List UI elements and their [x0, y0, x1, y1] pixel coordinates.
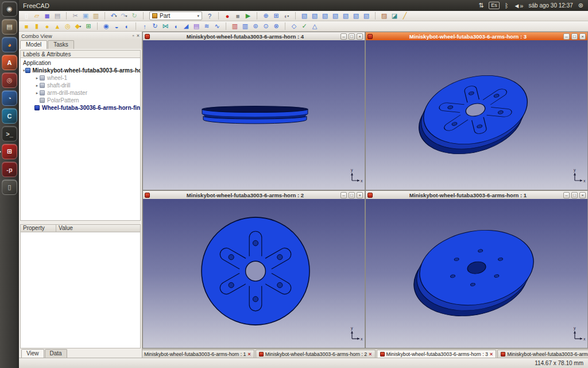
panel-float-icon[interactable]: ▫: [133, 33, 134, 39]
view-rear-icon[interactable]: ▧: [341, 12, 351, 21]
loft-icon[interactable]: ≋: [202, 22, 212, 31]
restore-button[interactable]: □: [349, 192, 355, 198]
trash-icon[interactable]: ▯: [2, 179, 17, 195]
undo-icon[interactable]: ↶▾: [109, 12, 119, 21]
part-cylinder-icon[interactable]: ▮: [32, 22, 42, 31]
copy-icon[interactable]: ▣: [80, 12, 91, 21]
expander-closed-icon[interactable]: ▸: [34, 83, 40, 88]
expander-closed-icon[interactable]: ▸: [34, 91, 40, 95]
ruled-surface-icon[interactable]: ▤: [191, 22, 202, 31]
print-icon[interactable]: ▤: [52, 12, 63, 21]
fillet-icon[interactable]: ◖: [171, 22, 181, 31]
mdi-window-2[interactable]: Miniskybot-wheel-futaba3003-6-arms-horn …: [142, 190, 365, 348]
offset-2d-icon[interactable]: ⊙: [261, 22, 271, 31]
close-button[interactable]: ×: [579, 192, 586, 198]
close-button[interactable]: ×: [579, 33, 586, 40]
taskbar-tab-4[interactable]: Miniskybot-wheel-futaba3003-6-arms-horn …: [497, 350, 588, 358]
clipping-plane-icon[interactable]: ◪: [389, 12, 400, 21]
keyboard-layout-indicator[interactable]: Es: [489, 2, 500, 9]
boolean-cut-icon[interactable]: ◐: [122, 22, 132, 31]
mirror-icon[interactable]: ⋈: [160, 22, 171, 31]
p-app-icon[interactable]: -p: [2, 162, 17, 177]
cross-sections-icon[interactable]: ▥: [240, 22, 250, 31]
paste-icon[interactable]: ▥: [91, 12, 101, 21]
window-titlebar-active[interactable]: Miniskybot-wheel-futaba3003-6-arms-horn …: [366, 32, 587, 40]
restore-button[interactable]: □: [571, 192, 578, 198]
value-column-header[interactable]: Value: [56, 225, 140, 232]
panel-close-icon[interactable]: ×: [137, 33, 140, 39]
dash-home-icon[interactable]: ◉: [2, 1, 17, 17]
freecad-icon[interactable]: ⊞: [2, 144, 17, 159]
libreoffice-icon[interactable]: A: [2, 55, 17, 70]
revolve-icon[interactable]: ↻: [150, 22, 160, 31]
cut-icon[interactable]: ✂: [70, 12, 80, 21]
property-column-header[interactable]: Property: [21, 225, 56, 232]
firefox-icon[interactable]: ◕: [2, 37, 17, 52]
restore-button[interactable]: □: [349, 33, 355, 40]
view-left-icon[interactable]: ▧: [361, 12, 372, 21]
new-file-icon[interactable]: ▯: [21, 12, 32, 21]
tab-model[interactable]: Model: [20, 40, 47, 49]
expander-closed-icon[interactable]: ▸: [34, 76, 40, 80]
boolean-common-icon[interactable]: ◒: [111, 22, 122, 31]
window-titlebar[interactable]: Miniskybot-wheel-futaba3003-6-arms-horn …: [143, 191, 365, 199]
viewport-side-view[interactable]: xy: [143, 40, 365, 190]
section-icon[interactable]: ▥: [230, 22, 240, 31]
volume-icon[interactable]: ◄»: [513, 2, 523, 9]
tab-view[interactable]: View: [21, 349, 44, 358]
thickness-icon[interactable]: ⊗: [271, 22, 281, 31]
sweep-icon[interactable]: ∿: [212, 22, 222, 31]
view-right-icon[interactable]: ▧: [330, 12, 341, 21]
minimize-button[interactable]: –: [341, 33, 347, 40]
viewport-front-view[interactable]: xy: [143, 199, 365, 348]
part-cone-icon[interactable]: ▲: [52, 22, 63, 31]
save-icon[interactable]: ◼: [42, 12, 52, 21]
close-icon[interactable]: ×: [369, 351, 372, 357]
tree-item-shaft-drill[interactable]: ▸ shaft-drill: [21, 82, 140, 89]
defeaturing-icon[interactable]: △: [310, 22, 320, 31]
fit-all-icon[interactable]: ⊕: [261, 12, 271, 21]
chamfer-icon[interactable]: ◢: [181, 22, 191, 31]
tree-item-wheel-1[interactable]: ▸ wheel-1: [21, 74, 140, 82]
view-top-icon[interactable]: ▧: [320, 12, 330, 21]
terminal-icon[interactable]: >_: [2, 126, 17, 141]
whatsthis-icon[interactable]: ?: [204, 12, 215, 21]
offset-3d-icon[interactable]: ⊚: [250, 22, 261, 31]
minimize-button[interactable]: –: [563, 192, 570, 198]
open-file-icon[interactable]: ▱: [32, 12, 42, 21]
messaging-icon[interactable]: ◔: [2, 90, 17, 106]
expander-open-icon[interactable]: ▾: [23, 68, 25, 73]
workbench-selector[interactable]: Part ▾: [149, 12, 202, 20]
close-icon[interactable]: ×: [490, 351, 493, 357]
mdi-window-3[interactable]: Miniskybot-wheel-futaba3003-6-arms-horn …: [365, 32, 588, 190]
minimize-button[interactable]: –: [341, 192, 347, 198]
tab-tasks[interactable]: Tasks: [48, 40, 74, 49]
tree-document[interactable]: ▾ Miniskybot-wheel-futaba3003-6-arms-hor…: [21, 67, 140, 74]
viewport-isometric-front[interactable]: xy: [366, 40, 587, 190]
restore-button[interactable]: □: [571, 33, 578, 40]
macro-play-icon[interactable]: ▶: [243, 12, 253, 21]
taskbar-tab-3[interactable]: Miniskybot-wheel-futaba3003-6-arms-horn …: [377, 350, 497, 358]
close-icon[interactable]: ×: [247, 351, 250, 357]
measure-icon[interactable]: ╱: [400, 12, 410, 21]
software-center-icon[interactable]: ◎: [2, 72, 17, 88]
property-table-body[interactable]: [20, 232, 141, 348]
mdi-window-1[interactable]: Miniskybot-wheel-futaba3003-6-arms-horn …: [365, 190, 588, 348]
tree-item-arm-drill-master[interactable]: ▸ arm-drill-master: [21, 89, 140, 97]
window-titlebar[interactable]: Miniskybot-wheel-futaba3003-6-arms-horn …: [143, 32, 365, 40]
shape-builder-icon[interactable]: ⊞: [83, 22, 94, 31]
compound-icon[interactable]: ◇: [289, 22, 299, 31]
minimize-button[interactable]: –: [563, 33, 570, 40]
view-bottom-icon[interactable]: ▧: [351, 12, 361, 21]
boolean-union-icon[interactable]: ◉: [101, 22, 111, 31]
files-icon[interactable]: ▤: [2, 19, 17, 34]
mdi-window-4[interactable]: Miniskybot-wheel-futaba3003-6-arms-horn …: [142, 32, 365, 190]
tree-item-polarpattern[interactable]: PolarPattern: [21, 97, 140, 104]
close-button[interactable]: ×: [357, 33, 363, 40]
taskbar-tab-2[interactable]: Miniskybot-wheel-futaba3003-6-arms-horn …: [256, 350, 376, 358]
tree-root-application[interactable]: Application: [21, 59, 140, 67]
sync-indicator-icon[interactable]: ⇅: [478, 2, 483, 9]
check-geometry-icon[interactable]: ✓: [299, 22, 310, 31]
part-sphere-icon[interactable]: ●: [42, 22, 52, 31]
tree-item-wheel-final[interactable]: Wheel-futaba-30036-6-arms-horn-final: [21, 104, 140, 112]
